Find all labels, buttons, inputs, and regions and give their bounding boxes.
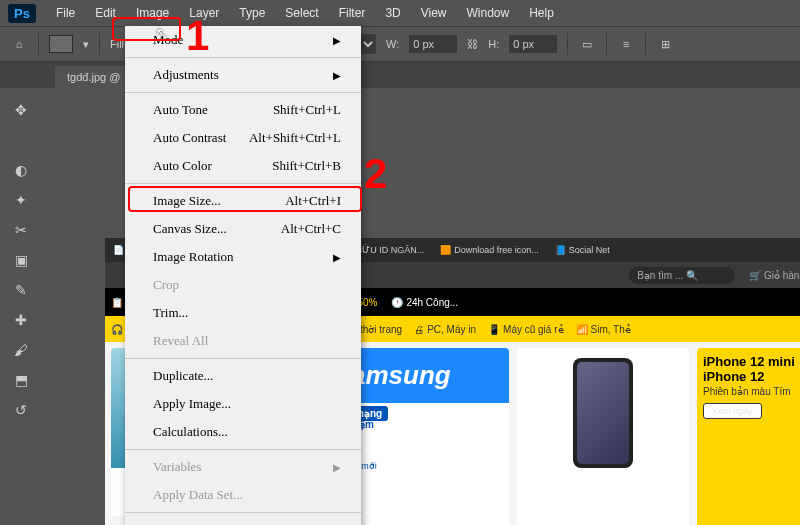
ruler-vertical	[42, 104, 55, 525]
tool-frame[interactable]: ▣	[9, 248, 33, 272]
tool-dropdown[interactable]: ▾	[83, 38, 89, 51]
tool-marquee[interactable]	[9, 128, 33, 152]
menu-dataset: Apply Data Set...	[125, 481, 361, 509]
menu-help[interactable]: Help	[519, 2, 564, 24]
annotation-box-1	[112, 17, 181, 41]
menu-canvas-size[interactable]: Canvas Size...Alt+Ctrl+C	[125, 215, 361, 243]
tool-lasso[interactable]: ◐	[9, 158, 33, 182]
tool-stamp[interactable]: ⬒	[9, 368, 33, 392]
banner-phone-generic	[517, 348, 689, 525]
site-search: Bạn tìm ... 🔍	[629, 267, 735, 284]
tool-crop[interactable]: ✂	[9, 218, 33, 242]
pathop-icon[interactable]: ▭	[578, 35, 596, 53]
document-tab[interactable]: tgdđ.jpg @	[55, 66, 132, 88]
tool-heal[interactable]: ✚	[9, 308, 33, 332]
menu-reveal: Reveal All	[125, 327, 361, 355]
image-menu-dropdown: Mode▶ Adjustments▶ Auto ToneShift+Ctrl+L…	[125, 26, 361, 525]
home-icon[interactable]: ⌂	[10, 35, 28, 53]
banner-iphone: iPhone 12 miniiPhone 12 Phiên bản màu Tí…	[697, 348, 800, 525]
tool-brush[interactable]: 🖌	[9, 338, 33, 362]
menu-filter[interactable]: Filter	[329, 2, 376, 24]
tool-move[interactable]: ✥	[9, 98, 33, 122]
tool-wand[interactable]: ✦	[9, 188, 33, 212]
annotation-number-2: 2	[364, 150, 387, 198]
arrange-icon[interactable]: ⊞	[656, 35, 674, 53]
view-button: Xem ngay	[703, 403, 762, 419]
menu-auto-tone[interactable]: Auto ToneShift+Ctrl+L	[125, 96, 361, 124]
annotation-number-1: 1	[186, 12, 209, 60]
menu-3d[interactable]: 3D	[375, 2, 410, 24]
cart-icon: 🛒 Giỏ hàng	[739, 270, 800, 281]
menu-calculations[interactable]: Calculations...	[125, 418, 361, 446]
nav-item: 📶 Sim, Thẻ	[576, 324, 631, 335]
browser-tab: 📘 Social Net	[547, 245, 618, 255]
menu-window[interactable]: Window	[457, 2, 520, 24]
align-icon[interactable]: ≡	[617, 35, 635, 53]
menu-view[interactable]: View	[411, 2, 457, 24]
menu-rotation[interactable]: Image Rotation▶	[125, 243, 361, 271]
menu-apply-image[interactable]: Apply Image...	[125, 390, 361, 418]
menu-trim[interactable]: Trim...	[125, 299, 361, 327]
nav-item: 🖨 PC, Máy in	[414, 324, 476, 335]
w-label: W:	[386, 38, 399, 50]
tool-eyedrop[interactable]: ✎	[9, 278, 33, 302]
menu-crop: Crop	[125, 271, 361, 299]
menu-type[interactable]: Type	[229, 2, 275, 24]
browser-tab: 🟧 Download free icon...	[432, 245, 547, 255]
ps-logo: Ps	[8, 4, 36, 23]
menu-auto-color[interactable]: Auto ColorShift+Ctrl+B	[125, 152, 361, 180]
nav-item: 📱 Máy cũ giá rẻ	[488, 324, 563, 335]
menu-file[interactable]: File	[46, 2, 85, 24]
menu-select[interactable]: Select	[275, 2, 328, 24]
cursor-icon: ↖	[155, 24, 168, 43]
menu-trap: Trap...	[125, 516, 361, 525]
topbar-24h: 🕐 24h Công...	[391, 297, 458, 308]
menu-adjustments[interactable]: Adjustments▶	[125, 61, 361, 89]
link-icon[interactable]: ⛓	[467, 38, 478, 50]
tool-history[interactable]: ↺	[9, 398, 33, 422]
width-input[interactable]	[409, 35, 457, 53]
height-input[interactable]	[509, 35, 557, 53]
tool-shape-icon[interactable]	[49, 35, 73, 53]
h-label: H:	[488, 38, 499, 50]
menu-variables: Variables▶	[125, 453, 361, 481]
menu-duplicate[interactable]: Duplicate...	[125, 362, 361, 390]
annotation-box-2	[128, 186, 362, 212]
menu-auto-contrast[interactable]: Auto ContrastAlt+Shift+Ctrl+L	[125, 124, 361, 152]
